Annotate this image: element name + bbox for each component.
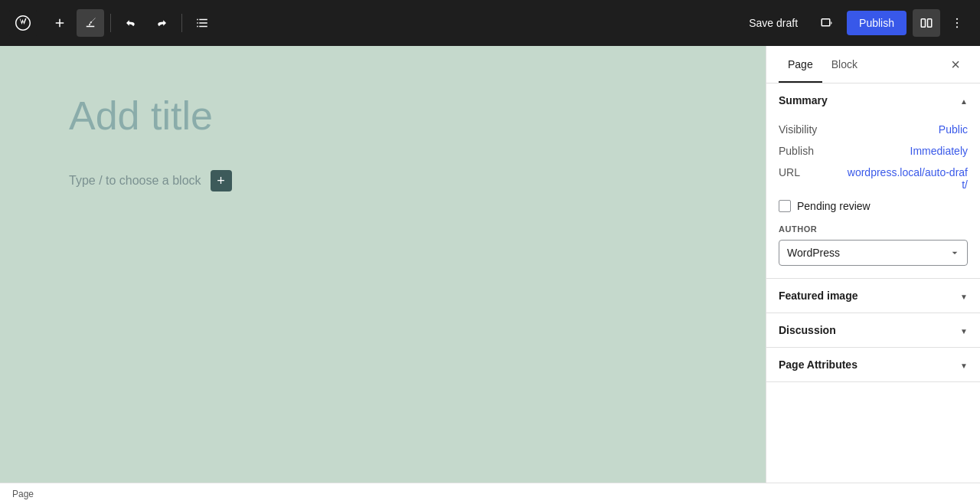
url-value[interactable]: wordpress.local/auto-draft/ <box>845 166 968 191</box>
author-select[interactable]: WordPress <box>779 240 968 266</box>
page-attributes-title: Page Attributes <box>779 358 858 371</box>
publish-meta-label: Publish <box>779 145 814 157</box>
svg-rect-0 <box>822 19 830 26</box>
inline-add-block-button[interactable]: + <box>211 170 232 191</box>
svg-rect-2 <box>928 19 932 28</box>
summary-chevron-icon <box>960 94 968 106</box>
url-label: URL <box>779 166 800 178</box>
svg-point-3 <box>956 18 958 20</box>
discussion-title: Discussion <box>779 324 836 336</box>
divider-1 <box>110 14 111 32</box>
publish-button[interactable]: Publish <box>847 11 906 35</box>
svg-point-5 <box>956 26 958 28</box>
featured-image-section: Featured image <box>766 279 980 313</box>
tab-page[interactable]: Page <box>779 46 822 83</box>
page-attributes-chevron-icon <box>960 358 968 371</box>
status-bar: Page <box>0 483 980 504</box>
svg-point-4 <box>956 22 958 24</box>
author-section: AUTHOR WordPress <box>779 224 968 266</box>
summary-section: Summary Visibility Public Publish Immedi… <box>766 83 980 279</box>
editor-inner: Type / to choose a block + <box>69 92 697 191</box>
pending-review-row: Pending review <box>779 200 968 212</box>
page-attributes-header[interactable]: Page Attributes <box>766 348 980 381</box>
toolbar: Save draft Publish <box>0 0 980 46</box>
preview-button[interactable] <box>813 9 841 37</box>
visibility-label: Visibility <box>779 123 817 136</box>
tab-block[interactable]: Block <box>822 46 867 83</box>
sidebar-content: Summary Visibility Public Publish Immedi… <box>766 83 980 483</box>
visibility-value[interactable]: Public <box>939 123 968 136</box>
add-block-button[interactable] <box>46 9 74 37</box>
block-placeholder-text: Type / to choose a block <box>69 174 201 188</box>
editor-canvas: Type / to choose a block + <box>0 46 766 483</box>
list-view-button[interactable] <box>188 9 216 37</box>
undo-button[interactable] <box>117 9 145 37</box>
discussion-header[interactable]: Discussion <box>766 313 980 347</box>
divider-2 <box>181 14 182 32</box>
sidebar-close-button[interactable]: × <box>943 52 968 77</box>
pending-review-label: Pending review <box>797 200 871 212</box>
summary-title: Summary <box>779 94 828 106</box>
sidebar-tabs: Page Block × <box>766 46 980 83</box>
edit-mode-button[interactable] <box>77 9 104 37</box>
discussion-chevron-icon <box>960 324 968 336</box>
featured-image-chevron-icon <box>960 290 968 302</box>
status-bar-label: Page <box>12 489 34 499</box>
visibility-row: Visibility Public <box>779 123 968 136</box>
more-options-button[interactable] <box>943 9 971 37</box>
summary-section-body: Visibility Public Publish Immediately UR… <box>766 117 980 278</box>
summary-section-header[interactable]: Summary <box>766 83 980 117</box>
redo-button[interactable] <box>148 9 175 37</box>
block-placeholder: Type / to choose a block + <box>69 170 697 191</box>
featured-image-header[interactable]: Featured image <box>766 279 980 313</box>
page-title-input[interactable] <box>69 92 697 139</box>
page-attributes-section: Page Attributes <box>766 348 980 382</box>
wp-logo[interactable] <box>9 9 37 37</box>
main-area: Type / to choose a block + Page Block × … <box>0 46 980 483</box>
publish-value[interactable]: Immediately <box>910 145 968 157</box>
svg-rect-1 <box>921 19 925 28</box>
pending-review-checkbox[interactable] <box>779 200 791 212</box>
settings-sidebar: Page Block × Summary Visibility Public <box>766 46 980 483</box>
publish-row: Publish Immediately <box>779 145 968 157</box>
settings-toggle-button[interactable] <box>913 9 940 37</box>
discussion-section: Discussion <box>766 313 980 348</box>
url-row: URL wordpress.local/auto-draft/ <box>779 166 968 191</box>
author-label: AUTHOR <box>779 224 968 234</box>
featured-image-title: Featured image <box>779 290 858 302</box>
save-draft-button[interactable]: Save draft <box>740 11 807 35</box>
